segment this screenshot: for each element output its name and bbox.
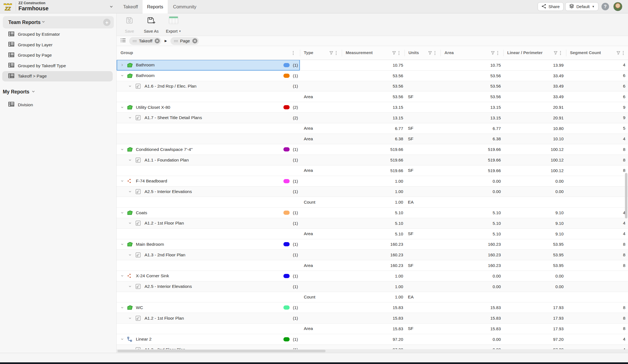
group-name: Conditioned Crawlspace 7'-4" xyxy=(136,144,193,155)
help-button[interactable]: ? xyxy=(601,3,609,10)
table-row[interactable]: Area160.23SF160.2353.958 xyxy=(117,260,628,271)
expand-chevron-icon[interactable] xyxy=(121,144,124,155)
table-row[interactable]: A1.2 - 1st Floor Plan(1)15.8315.8317.938 xyxy=(117,313,628,324)
horizontal-scrollbar[interactable] xyxy=(117,349,628,353)
filter-icon[interactable] xyxy=(392,51,396,56)
linear-perimeter-value: 0.00 xyxy=(516,271,564,281)
expand-chevron-icon[interactable] xyxy=(128,250,132,260)
filter-icon[interactable] xyxy=(554,51,557,56)
expand-chevron-icon[interactable] xyxy=(128,281,132,292)
summary-type-label: Area xyxy=(304,134,313,144)
table-row[interactable]: Area6.77SF6.7710.805 xyxy=(117,123,628,134)
table-row[interactable]: X-24 Corner Sink(1)1.000.000.00 xyxy=(117,271,628,281)
expand-chevron-icon[interactable] xyxy=(128,113,132,123)
column-menu-icon[interactable] xyxy=(497,51,498,56)
segment-count-value: 8 xyxy=(623,144,625,155)
filter-icon[interactable] xyxy=(617,51,620,56)
table-row[interactable]: A1.2 - 1st Floor Plan(1)5.105.109.104 xyxy=(117,218,628,229)
share-button[interactable]: Share xyxy=(538,2,564,11)
expand-chevron-icon[interactable] xyxy=(128,218,132,228)
expand-chevron-icon[interactable] xyxy=(128,155,132,165)
tab-community[interactable]: Community xyxy=(168,0,202,13)
column-menu-icon[interactable] xyxy=(434,51,435,56)
report-table-icon xyxy=(8,52,14,58)
tab-takeoff[interactable]: Takeoff xyxy=(119,0,143,13)
vertical-scrollbar[interactable] xyxy=(625,173,627,218)
horizontal-scrollbar-thumb[interactable] xyxy=(117,350,326,352)
tab-label: Reports xyxy=(147,4,163,9)
table-row[interactable]: Area519.66SF519.66100.128 xyxy=(117,165,628,176)
sidebar-item-takeoff-page[interactable]: Takeoff > Page xyxy=(2,71,113,82)
my-reports-header[interactable]: My Reports xyxy=(3,89,35,95)
measurement-value: 5.10 xyxy=(356,208,403,218)
area-value: 160.23 xyxy=(453,239,501,250)
expand-chevron-icon[interactable] xyxy=(121,71,124,81)
footer-band xyxy=(0,353,628,362)
filter-icon[interactable] xyxy=(329,51,333,56)
table-row[interactable]: Area53.56SF53.5633.496 xyxy=(117,91,628,102)
expand-chevron-icon[interactable] xyxy=(121,60,124,70)
grouping-chip-page[interactable]: Page xyxy=(170,37,199,45)
linear-perimeter-value: 0.00 xyxy=(516,176,564,186)
expand-chevron-icon[interactable] xyxy=(121,102,124,112)
divider xyxy=(16,2,16,11)
table-row[interactable]: Main Bedroom(1)160.23160.2353.958 xyxy=(117,239,628,250)
column-menu-icon[interactable] xyxy=(293,51,294,56)
takeoff-count: (1) xyxy=(267,176,298,186)
linear-perimeter-value: 100.12 xyxy=(516,144,564,155)
sidebar-item-division[interactable]: Division xyxy=(0,100,117,110)
table-row[interactable]: Bathroom(1)53.5653.5633.496 xyxy=(117,71,628,81)
column-menu-icon[interactable] xyxy=(336,51,337,56)
project-switcher-chevron-icon[interactable] xyxy=(109,5,113,10)
filter-icon[interactable] xyxy=(491,51,495,56)
table-row[interactable]: A1.7 - Sheet Title Detail Plans(2)13.151… xyxy=(117,113,628,123)
expand-chevron-icon[interactable] xyxy=(128,187,132,197)
measurement-value: 160.23 xyxy=(356,239,403,250)
table-row[interactable]: Count1.00EA xyxy=(117,197,628,208)
chip-remove-icon[interactable] xyxy=(155,38,160,44)
team-reports-header[interactable]: Team Reports + xyxy=(3,16,114,28)
export-button[interactable]: Export▼ xyxy=(165,16,182,33)
table-row[interactable]: A1.6 - 2nd Rcp / Elec. Plan(1)53.5653.56… xyxy=(117,81,628,92)
view-selector-button[interactable]: Default ▼ xyxy=(565,2,598,11)
table-row[interactable]: Area15.83SF15.8317.938 xyxy=(117,324,628,334)
table-row[interactable]: F-74 Beadboard(1)1.000.000.00 xyxy=(117,176,628,187)
column-menu-icon[interactable] xyxy=(623,51,624,56)
table-row[interactable]: Bathroom(1)10.7510.7513.994 xyxy=(117,60,628,71)
table-row[interactable]: Area6.38SF6.3810.104 xyxy=(117,134,628,144)
save-button[interactable]: Save xyxy=(121,16,138,33)
sidebar-item-grouped-by-estimator[interactable]: Grouped by Estimator xyxy=(0,29,117,40)
table-row[interactable]: Linear 2(1)97.200.0097.204 xyxy=(117,334,628,345)
column-menu-icon[interactable] xyxy=(560,51,561,56)
expand-chevron-icon[interactable] xyxy=(121,334,124,344)
table-row[interactable]: Utility Closet X-80(2)13.1513.1520.919 xyxy=(117,102,628,113)
table-row[interactable]: Coats(1)5.105.109.104 xyxy=(117,208,628,218)
table-row[interactable]: Area5.10SF5.109.104 xyxy=(117,229,628,239)
grouping-chip-takeoff[interactable]: Takeoff xyxy=(129,37,161,45)
expand-chevron-icon[interactable] xyxy=(121,239,124,250)
column-menu-icon[interactable] xyxy=(398,51,400,56)
expand-chevron-icon[interactable] xyxy=(128,313,132,323)
table-row[interactable]: A2.5 - Interior Elevations(1)1.000.000.0… xyxy=(117,281,628,292)
add-report-button[interactable]: + xyxy=(103,19,110,26)
expand-chevron-icon[interactable] xyxy=(128,81,132,91)
tab-reports[interactable]: Reports xyxy=(143,0,168,13)
table-row[interactable]: A1.1 - Foundation Plan(1)519.66519.66100… xyxy=(117,155,628,165)
table-row[interactable]: WC(1)15.8315.8317.938 xyxy=(117,302,628,313)
table-row[interactable]: Count1.00EA xyxy=(117,292,628,303)
expand-chevron-icon[interactable] xyxy=(121,208,124,218)
filter-icon[interactable] xyxy=(428,51,432,56)
table-row[interactable]: A1.3 - 2nd Floor Plan(1)160.23160.2353.9… xyxy=(117,250,628,260)
table-row[interactable]: Conditioned Crawlspace 7'-4"(1)519.66519… xyxy=(117,144,628,155)
chip-remove-icon[interactable] xyxy=(192,38,198,44)
expand-chevron-icon[interactable] xyxy=(121,302,124,313)
sidebar-item-grouped-by-takeoff-type[interactable]: Grouped by Takeoff Type xyxy=(0,61,117,71)
takeoff-count: (1) xyxy=(267,71,298,81)
sidebar-item-grouped-by-layer[interactable]: Grouped by Layer xyxy=(0,40,117,50)
expand-chevron-icon[interactable] xyxy=(121,271,124,281)
sidebar-item-grouped-by-page[interactable]: Grouped by Page xyxy=(0,50,117,61)
save-as-button[interactable]: Save As xyxy=(142,16,160,33)
expand-chevron-icon[interactable] xyxy=(121,176,124,186)
user-avatar[interactable] xyxy=(613,2,622,11)
table-row[interactable]: A2.5 - Interior Elevations(1)1.000.000.0… xyxy=(117,187,628,197)
